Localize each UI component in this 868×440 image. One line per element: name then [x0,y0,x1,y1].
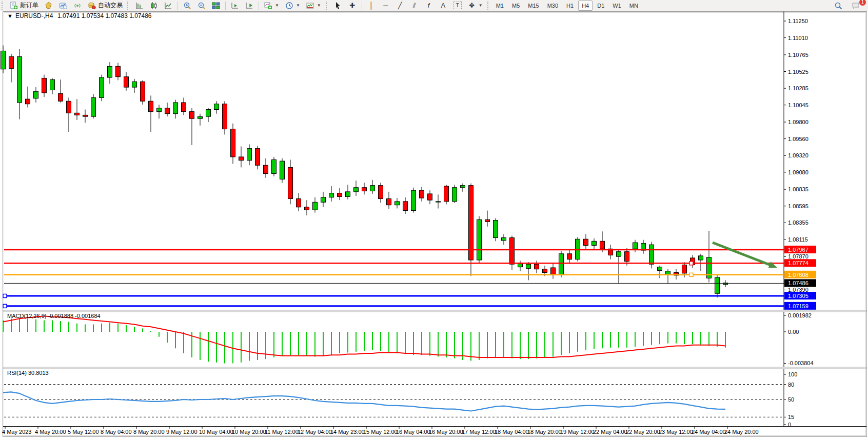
signals-button[interactable] [70,0,85,11]
publish-chart-icon [59,2,67,10]
candle [559,251,564,277]
timeframe-W1[interactable]: W1 [609,1,625,11]
chart-shift-icon [245,2,253,10]
candle [494,218,498,242]
date-tick-label: 5 May 12:00 [68,429,99,435]
trendline-tool-button[interactable]: ╱ [393,0,407,11]
add-indicator-button[interactable]: ▼ [261,0,282,11]
publish-chart-button[interactable] [56,0,70,11]
date-tick-label: 23 May 12:00 [659,429,693,435]
date-tick-label: 22 May 04:00 [593,429,627,435]
timeframe-group: M1M5M15M30H1H4D1W1MN [492,1,642,11]
label-tool-button[interactable]: T [450,0,465,11]
price-badge-label: 1.07774 [788,260,808,266]
new-order-button[interactable]: 新订单 [7,0,42,11]
template-button[interactable]: ▼ [303,0,324,11]
panel-separator[interactable] [3,310,866,312]
candle [452,185,457,203]
chart-inner-frame [4,13,866,436]
date-tick-label: 11 May 12:00 [265,429,299,435]
tile-windows-icon [212,2,220,10]
chart-shift-button[interactable] [242,0,257,11]
price-tick-label: 1.09560 [788,136,808,142]
caret-down-icon: ▼ [317,3,321,8]
channel-tool-button[interactable]: ⫽ [407,0,422,11]
stamp-button[interactable] [42,0,56,11]
chart-ohlc-values: 1.07491 1.07534 1.07483 1.07486 [57,12,152,19]
timeframe-M30[interactable]: M30 [544,1,562,11]
line-chart-mode-button[interactable] [161,0,175,11]
date-tick-label: 9 May 12:00 [166,429,198,435]
chart-title: EURUSD-,H4 [15,12,53,19]
fibonacci-tool-button[interactable]: 𝑓 [422,0,436,11]
period-button[interactable]: ▼ [282,0,303,11]
candle [411,188,416,213]
date-tick-label: 4 May 20:00 [35,429,66,435]
zoom-out-button[interactable] [194,0,209,11]
fibonacci-icon: 𝑓 [425,2,433,10]
line-chart-icon [164,2,172,10]
signals-icon [73,2,82,10]
cursor-icon [334,2,342,10]
price-tick-label: 1.08115 [788,236,808,243]
trendline-icon: ╱ [396,2,404,10]
date-tick-label: 18 May 04:00 [495,429,529,435]
rsi-axis-label: 80 [788,382,794,388]
caret-down-icon: ▼ [479,3,483,8]
timeframe-M1[interactable]: M1 [492,1,507,11]
line-handle[interactable] [3,294,7,298]
notifications-button[interactable]: 1 [849,0,863,11]
panel-separator[interactable] [3,367,866,369]
vertical-line-tool-button[interactable]: │ [364,0,379,11]
crosshair-tool-button[interactable]: ✚ [345,0,360,11]
chart-svg: 1.112501.110101.107651.105251.102851.100… [0,11,868,440]
bar-chart-icon [135,2,144,10]
symbol-dropdown-icon[interactable]: ▼ [7,13,13,19]
toolbar-grip[interactable] [326,2,329,10]
horizontal-line-tool-button[interactable]: ─ [379,0,393,11]
timeframe-D1[interactable]: D1 [594,1,608,11]
add-indicator-icon [264,2,272,10]
line-handle[interactable] [3,304,7,308]
date-tick-label: 12 May 04:00 [298,429,332,435]
autotrading-label: 自动交易 [98,1,123,10]
line-handle[interactable] [689,262,693,265]
cursor-tool-button[interactable] [331,0,345,11]
timeframe-H4[interactable]: H4 [578,1,593,11]
price-tick-label: 1.09320 [788,152,808,158]
rsi-label: RSI(14) 30.8013 [7,370,49,376]
notification-badge: 1 [859,0,866,6]
price-tick-label: 1.10765 [788,52,808,58]
arrows-icon: ✥ [468,2,476,10]
toolbar-grip[interactable] [487,2,491,10]
timeframe-MN[interactable]: MN [626,1,642,11]
auto-scroll-button[interactable] [228,0,242,11]
search-button[interactable] [831,0,845,11]
zoom-in-button[interactable] [180,0,194,11]
line-handle[interactable] [689,273,693,276]
timeframe-H1[interactable]: H1 [563,1,577,11]
text-icon: A [439,2,447,10]
autotrading-button[interactable]: 自动交易 [85,0,126,11]
date-tick-label: 14 May 23:00 [330,429,365,435]
search-icon [834,2,842,10]
price-tick-label: 1.11010 [788,35,808,41]
date-tick-label: 18 May 20:00 [527,429,562,435]
candlestick-mode-button[interactable] [147,0,161,11]
timeframe-M15[interactable]: M15 [524,1,542,11]
price-tick-label: 1.08835 [788,186,808,192]
bar-chart-mode-button[interactable] [132,0,147,11]
price-badge-label: 1.07305 [788,293,808,299]
price-tick-label: 1.11250 [788,18,808,24]
date-tick-label: 24 May 04:00 [692,429,726,435]
template-icon [306,2,314,10]
toolbar-grip[interactable] [127,2,131,10]
toolbar-grip[interactable] [2,2,5,10]
timeframe-M5[interactable]: M5 [508,1,523,11]
stamp-icon [45,2,53,10]
tile-windows-button[interactable] [209,0,223,11]
price-tick-label: 1.09080 [788,169,808,175]
price-tick-label: 1.07870 [788,253,808,259]
arrows-tool-button[interactable]: ✥▼ [465,0,486,11]
text-tool-button[interactable]: A [436,0,450,11]
